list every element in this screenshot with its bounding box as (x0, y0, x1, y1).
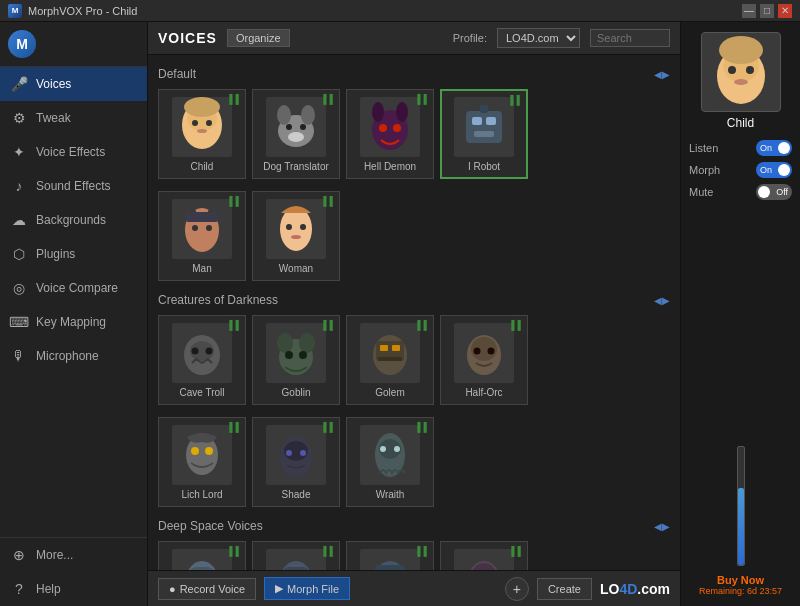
voice-label: Golem (375, 387, 404, 398)
sidebar-item-label: Sound Effects (36, 179, 111, 193)
sidebar-item-label: More... (36, 548, 73, 562)
svg-point-5 (184, 97, 220, 117)
create-button[interactable]: Create (537, 578, 592, 600)
voice-card-cave-troll[interactable]: ▐▐ Cave Troll (158, 315, 246, 405)
signal-icon: ▐▐ (226, 320, 239, 330)
sidebar-item-backgrounds[interactable]: ☁ Backgrounds (0, 203, 147, 237)
add-button[interactable]: + (505, 577, 529, 601)
svg-point-9 (288, 132, 304, 142)
sidebar-item-tweak[interactable]: ⚙ Tweak (0, 101, 147, 135)
svg-rect-27 (208, 210, 214, 213)
voice-card-dog-translator[interactable]: ▐▐ Dog Translator (252, 89, 340, 179)
signal-icon: ▐▐ (414, 94, 427, 104)
organize-button[interactable]: Organize (227, 29, 290, 47)
voices-icon: 🎤 (10, 75, 28, 93)
buy-now-text[interactable]: Buy Now (717, 574, 764, 586)
svg-rect-66 (283, 567, 309, 571)
listen-row: Listen On (689, 140, 792, 156)
voice-card-mutant-female[interactable]: ▐▐ Mutant Female (440, 541, 528, 570)
svg-point-40 (299, 351, 307, 359)
voice-avatar (172, 425, 232, 485)
voice-card-wraith[interactable]: ▐▐ Wraith (346, 417, 434, 507)
volume-bar[interactable] (737, 446, 745, 566)
sidebar-item-sound-effects[interactable]: ♪ Sound Effects (0, 169, 147, 203)
voice-card-hell-demon[interactable]: ▐▐ Hell Demon (346, 89, 434, 179)
svg-rect-21 (480, 105, 488, 113)
listen-toggle[interactable]: On (756, 140, 792, 156)
voice-label: Woman (279, 263, 313, 274)
deepspace-voice-grid: ▐▐ Android Female (158, 541, 670, 570)
sidebar-item-label: Voice Effects (36, 145, 105, 159)
remaining-text: Remaining: 6d 23:57 (699, 586, 782, 596)
svg-rect-19 (486, 117, 496, 125)
signal-icon: ▐▐ (320, 422, 333, 432)
voice-card-golem[interactable]: ▐▐ Golem (346, 315, 434, 405)
voice-card-goblin[interactable]: ▐▐ Goblin (252, 315, 340, 405)
record-icon: ● (169, 583, 176, 595)
voice-card-woman[interactable]: ▐▐ Woman (252, 191, 340, 281)
svg-point-8 (301, 105, 315, 125)
voice-label: Goblin (282, 387, 311, 398)
backgrounds-icon: ☁ (10, 211, 28, 229)
sidebar-item-voice-compare[interactable]: ◎ Voice Compare (0, 271, 147, 305)
sidebar-item-voice-effects[interactable]: ✦ Voice Effects (0, 135, 147, 169)
voice-card-cyborg-warrior[interactable]: ▐▐ Cyborg Warrior (346, 541, 434, 570)
voice-card-lich-lord[interactable]: ▐▐ Lich Lord (158, 417, 246, 507)
section-nav-arrows: ◀▶ (654, 295, 670, 306)
voice-card-man[interactable]: ▐▐ Man (158, 191, 246, 281)
record-voice-button[interactable]: ● Record Voice (158, 578, 256, 600)
voice-label: I Robot (468, 161, 500, 172)
svg-point-49 (488, 347, 495, 354)
voices-scroll[interactable]: Default ◀▶ ▐▐ (148, 55, 680, 570)
svg-rect-18 (472, 117, 482, 125)
svg-point-37 (277, 333, 293, 353)
sidebar-item-plugins[interactable]: ⬡ Plugins (0, 237, 147, 271)
svg-point-51 (191, 447, 199, 455)
svg-point-7 (277, 105, 291, 125)
voice-card-shade[interactable]: ▐▐ Shade (252, 417, 340, 507)
morph-toggle[interactable]: On (756, 162, 792, 178)
sidebar-item-help[interactable]: ? Help (0, 572, 147, 606)
section-deepspace-header: Deep Space Voices ◀▶ (158, 519, 670, 533)
voice-avatar (172, 549, 232, 571)
voice-card-i-robot[interactable]: ▐▐ I Robot (440, 89, 528, 179)
svg-point-28 (280, 207, 312, 251)
sidebar-item-voices[interactable]: 🎤 Voices (0, 67, 147, 101)
help-icon: ? (10, 580, 28, 598)
voice-card-android-male[interactable]: ▐▐ Android Male (252, 541, 340, 570)
sidebar-item-microphone[interactable]: 🎙 Microphone (0, 339, 147, 373)
search-input[interactable] (590, 29, 670, 47)
maximize-button[interactable]: □ (760, 4, 774, 18)
voice-label: Wraith (376, 489, 405, 500)
svg-rect-23 (186, 212, 218, 222)
profile-select[interactable]: LO4D.com (497, 28, 580, 48)
creatures-row2-grid: ▐▐ Lich Lord (158, 417, 670, 507)
section-default-header: Default ◀▶ (158, 67, 670, 81)
voice-card-android-female[interactable]: ▐▐ Android Female (158, 541, 246, 570)
svg-point-34 (192, 347, 199, 354)
svg-point-10 (286, 124, 292, 130)
voice-card-half-orc[interactable]: ▐▐ Half-Orc (440, 315, 528, 405)
default-voice-grid: ▐▐ Child (158, 89, 670, 179)
signal-icon: ▐▐ (508, 546, 521, 556)
signal-icon: ▐▐ (320, 94, 333, 104)
titlebar-controls: — □ ✕ (742, 4, 792, 18)
sidebar-logo: M (0, 22, 147, 67)
logo-icon: M (8, 30, 36, 58)
toggle-knob (778, 142, 790, 154)
mute-toggle[interactable]: Off (756, 184, 792, 200)
close-button[interactable]: ✕ (778, 4, 792, 18)
voice-avatar (266, 97, 326, 157)
voice-card-child[interactable]: ▐▐ Child (158, 89, 246, 179)
sidebar-item-key-mapping[interactable]: ⌨ Key Mapping (0, 305, 147, 339)
default-row2-grid: ▐▐ Man (158, 191, 670, 281)
svg-rect-71 (375, 565, 405, 571)
sound-effects-icon: ♪ (10, 177, 28, 195)
sidebar-item-more[interactable]: ⊕ More... (0, 538, 147, 572)
minimize-button[interactable]: — (742, 4, 756, 18)
voice-avatar (172, 97, 232, 157)
morph-file-button[interactable]: ▶ Morph File (264, 577, 350, 600)
svg-point-60 (394, 446, 400, 452)
voice-avatar (454, 97, 514, 157)
app-layout: M 🎤 Voices ⚙ Tweak ✦ Voice Effects ♪ Sou… (0, 22, 800, 606)
